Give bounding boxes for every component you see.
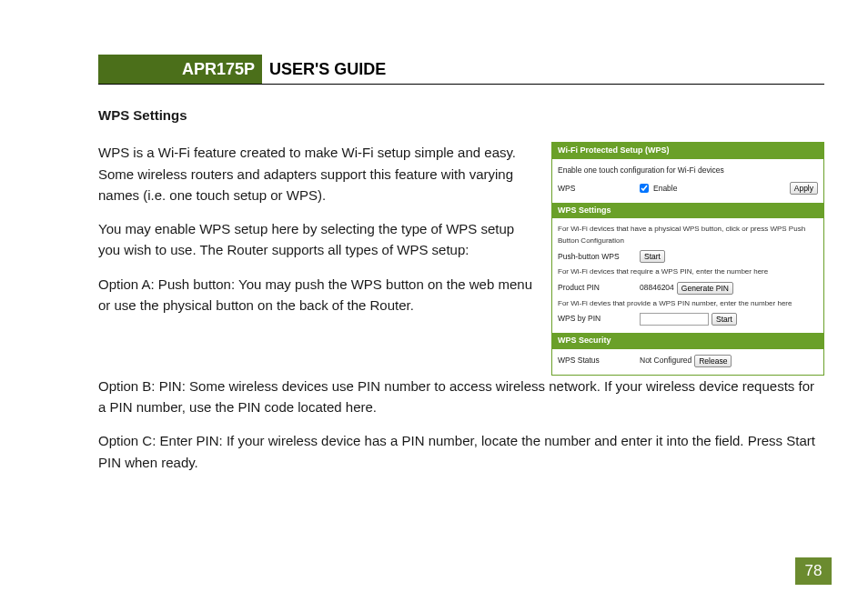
wps-by-pin-label: WPS by PIN (558, 313, 640, 325)
wps-pin-input[interactable] (640, 313, 709, 326)
product-pin-label: Product PIN (558, 282, 640, 294)
para-option-c: Option C: Enter PIN: If your wireless de… (98, 430, 824, 473)
wps-enable-checkbox[interactable] (640, 184, 649, 193)
model-badge: APR175P (98, 55, 262, 84)
wps-label: WPS (558, 183, 640, 195)
wps-panel-desc: Enable one touch configuration for Wi-Fi… (558, 165, 818, 176)
apply-button[interactable]: Apply (790, 182, 818, 195)
wps-note-bypin: For Wi-Fi devies that provide a WPS PIN … (558, 298, 818, 309)
para-enable: You may enable WPS setup here by selecti… (98, 218, 533, 261)
page-number: 78 (795, 557, 832, 585)
wps-enable-row: WPS Enable Apply (558, 180, 818, 196)
wps-status-value: Not Configured (640, 355, 691, 366)
product-pin-row: Product PIN 08846204 Generate PIN (558, 280, 818, 296)
product-pin-value: 08846204 (640, 282, 674, 294)
wps-pin-start-button[interactable]: Start (712, 313, 737, 326)
doc-title: USER'S GUIDE (269, 55, 386, 84)
wps-panel-h1: Wi-Fi Protected Setup (WPS) (552, 143, 823, 159)
release-button[interactable]: Release (694, 355, 732, 367)
wps-enable-text: Enable (653, 183, 677, 195)
para-intro: WPS is a Wi-Fi feature created to make W… (98, 142, 533, 206)
section-subhead: WPS Settings (98, 105, 824, 125)
wps-panel-h2: WPS Settings (552, 203, 823, 219)
wps-status-row: WPS Status Not Configured Release (558, 353, 818, 369)
text-column: WPS is a Wi-Fi feature created to make W… (98, 142, 533, 328)
header-rule (98, 84, 824, 85)
push-button-row: Push-button WPS Start (558, 248, 818, 265)
para-option-a: Option A: Push button: You may push the … (98, 274, 533, 316)
para-option-b: Option B: PIN: Some wireless devices use… (98, 376, 824, 418)
wps-by-pin-row: WPS by PIN Start (558, 311, 818, 327)
wps-note-pin: For Wi-Fi devices that require a WPS PIN… (558, 266, 818, 277)
content-area: WPS Settings WPS is a Wi-Fi feature crea… (98, 105, 824, 473)
wps-note-push: For Wi-Fi devices that have a physical W… (558, 224, 818, 246)
wps-panel-h3: WPS Security (552, 333, 823, 349)
push-button-label: Push-button WPS (558, 251, 640, 263)
push-start-button[interactable]: Start (640, 250, 665, 263)
wps-status-label: WPS Status (558, 355, 640, 366)
wps-panel: Wi-Fi Protected Setup (WPS) Enable one t… (551, 142, 824, 376)
doc-header: APR175P USER'S GUIDE (98, 55, 824, 84)
generate-pin-button[interactable]: Generate PIN (677, 282, 733, 295)
